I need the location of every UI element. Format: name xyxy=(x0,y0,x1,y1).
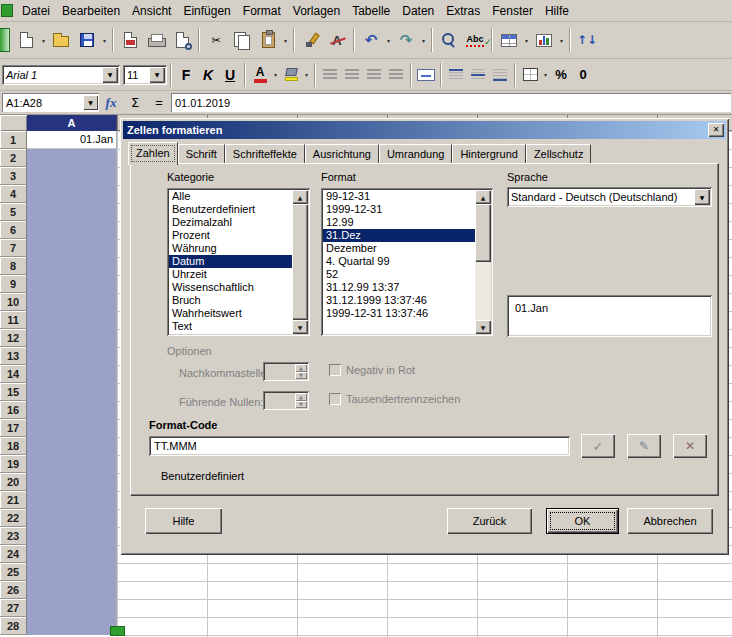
active-cell-a1[interactable]: 01.Jan xyxy=(27,131,116,149)
row-header[interactable]: 12 xyxy=(0,329,27,347)
undo-button[interactable]: ↶ xyxy=(358,27,384,53)
undo-dropdown[interactable]: ▾ xyxy=(384,27,393,53)
menu-item[interactable]: Hilfe xyxy=(539,0,575,22)
spelling-button[interactable]: Abc xyxy=(462,27,488,53)
back-button[interactable]: Zurück xyxy=(447,508,532,534)
category-option[interactable]: Text xyxy=(169,320,292,333)
category-scrollbar[interactable]: ▲ ▼ xyxy=(292,190,308,334)
dialog-tab[interactable]: Schrifteffekte xyxy=(225,144,305,163)
font-name-dropdown-icon[interactable]: ▼ xyxy=(102,67,118,83)
redo-button[interactable]: ↷ xyxy=(393,27,419,53)
cut-button[interactable]: ✂ xyxy=(203,27,229,53)
equals-button[interactable]: = xyxy=(147,92,171,114)
font-name-combo[interactable]: Arial 1 ▼ xyxy=(2,65,120,85)
edit-comment-button[interactable]: ✎ xyxy=(627,434,661,458)
format-option[interactable]: 1999-12-31 xyxy=(323,203,475,216)
row-header[interactable]: 1 xyxy=(0,131,27,149)
sort-button[interactable]: ↑↓ xyxy=(574,27,600,53)
align-left-button[interactable] xyxy=(319,63,341,87)
category-option[interactable]: Dezimalzahl xyxy=(169,216,292,229)
name-box[interactable]: A1:A28 ▼ xyxy=(2,93,99,112)
format-scrollbar[interactable]: ▲ ▼ xyxy=(475,190,491,334)
insert-table-button[interactable] xyxy=(496,27,522,53)
help-button[interactable]: Hilfe xyxy=(145,508,222,534)
menu-item[interactable]: Ansicht xyxy=(126,0,177,22)
row-header[interactable]: 13 xyxy=(0,347,27,365)
formula-input[interactable] xyxy=(171,93,731,112)
select-all-corner[interactable] xyxy=(0,115,27,131)
row-header[interactable]: 10 xyxy=(0,293,27,311)
borders-button[interactable] xyxy=(519,63,541,87)
copy-button[interactable] xyxy=(229,27,255,53)
align-top-button[interactable] xyxy=(445,63,467,87)
row-header[interactable]: 6 xyxy=(0,221,27,239)
scrollbar-thumb[interactable] xyxy=(475,204,491,262)
menu-item[interactable]: Fenster xyxy=(486,0,539,22)
insert-chart-button[interactable] xyxy=(531,27,557,53)
menu-item[interactable]: Format xyxy=(237,0,287,22)
menu-item[interactable]: Tabelle xyxy=(346,0,396,22)
clone-formatting-button[interactable] xyxy=(298,27,324,53)
dialog-tab[interactable]: Umrandung xyxy=(379,144,452,163)
insert-chart-dropdown[interactable]: ▾ xyxy=(557,27,566,53)
row-header[interactable]: 7 xyxy=(0,239,27,257)
scroll-up-icon[interactable]: ▲ xyxy=(292,190,308,204)
export-pdf-button[interactable] xyxy=(117,27,143,53)
save-dropdown[interactable]: ▾ xyxy=(100,27,109,53)
format-option[interactable]: 31.Dez xyxy=(323,229,475,242)
menu-item[interactable]: Daten xyxy=(396,0,440,22)
close-button[interactable]: ✕ xyxy=(708,123,724,137)
row-header[interactable]: 21 xyxy=(0,491,27,509)
row-header[interactable]: 9 xyxy=(0,275,27,293)
find-replace-button[interactable] xyxy=(436,27,462,53)
font-size-combo[interactable]: 11 ▼ xyxy=(123,65,167,85)
scroll-down-icon[interactable]: ▼ xyxy=(475,320,491,334)
category-option[interactable]: Datum xyxy=(169,255,292,268)
row-header[interactable]: 23 xyxy=(0,527,27,545)
row-header[interactable]: 14 xyxy=(0,365,27,383)
borders-dropdown[interactable]: ▾ xyxy=(541,62,550,88)
language-combobox[interactable]: Standard - Deutsch (Deutschland) ▼ xyxy=(507,187,712,207)
menu-item[interactable]: Datei xyxy=(16,0,56,22)
delete-format-button[interactable]: ✕ xyxy=(673,434,707,458)
redo-dropdown[interactable]: ▾ xyxy=(419,27,428,53)
align-right-button[interactable] xyxy=(363,63,385,87)
format-option[interactable]: 1999-12-31 13:37:46 xyxy=(323,307,475,320)
row-header[interactable]: 24 xyxy=(0,545,27,563)
percent-format-button[interactable]: % xyxy=(550,63,572,87)
row-header[interactable]: 25 xyxy=(0,563,27,581)
category-option[interactable]: Währung xyxy=(169,242,292,255)
menu-item[interactable]: Vorlagen xyxy=(287,0,346,22)
underline-button[interactable]: U xyxy=(219,63,241,87)
open-button[interactable] xyxy=(48,27,74,53)
row-header[interactable]: 19 xyxy=(0,455,27,473)
font-color-button[interactable]: A xyxy=(249,63,271,87)
row-header[interactable]: 22 xyxy=(0,509,27,527)
row-header[interactable]: 17 xyxy=(0,419,27,437)
row-header[interactable]: 27 xyxy=(0,599,27,617)
scroll-up-icon[interactable]: ▲ xyxy=(475,190,491,204)
highlight-color-button[interactable] xyxy=(280,63,302,87)
print-button[interactable] xyxy=(143,27,169,53)
new-document-button[interactable] xyxy=(13,27,39,53)
row-header[interactable]: 5 xyxy=(0,203,27,221)
center-vertically-button[interactable] xyxy=(467,63,489,87)
format-option[interactable]: 99-12-31 xyxy=(323,190,475,203)
row-header[interactable]: 26 xyxy=(0,581,27,599)
category-option[interactable]: Uhrzeit xyxy=(169,268,292,281)
apply-format-button[interactable]: ✓ xyxy=(581,434,615,458)
font-color-dropdown[interactable]: ▾ xyxy=(271,62,280,88)
sum-button[interactable]: Σ xyxy=(123,92,147,114)
row-header[interactable]: 8 xyxy=(0,257,27,275)
category-option[interactable]: Bruch xyxy=(169,294,292,307)
row-header[interactable]: 15 xyxy=(0,383,27,401)
italic-button[interactable]: K xyxy=(197,63,219,87)
row-header[interactable]: 16 xyxy=(0,401,27,419)
row-header[interactable]: 3 xyxy=(0,167,27,185)
row-header[interactable]: 28 xyxy=(0,617,27,635)
dialog-tab[interactable]: Ausrichtung xyxy=(305,144,379,163)
dialog-titlebar[interactable]: Zellen formatieren ✕ xyxy=(123,121,726,139)
format-option[interactable]: 31.12.99 13:37 xyxy=(323,281,475,294)
print-preview-button[interactable] xyxy=(169,27,195,53)
dialog-tab[interactable]: Zellschutz xyxy=(526,144,592,163)
